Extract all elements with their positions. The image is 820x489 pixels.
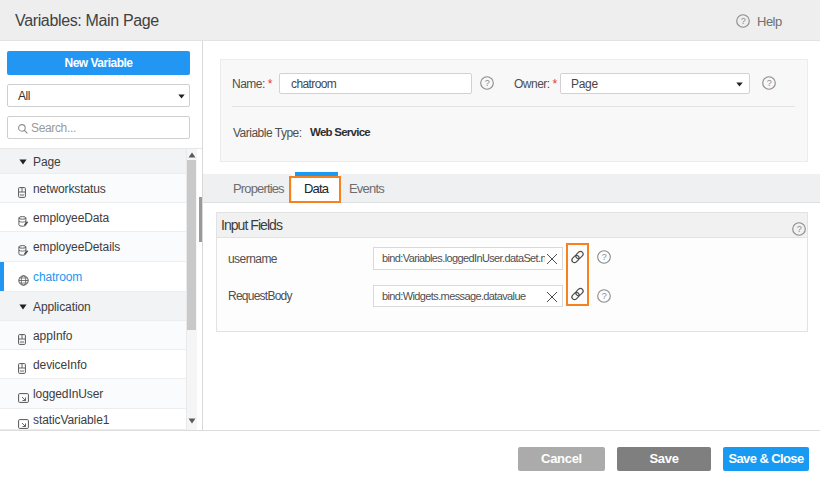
- svg-text:?: ?: [741, 16, 746, 26]
- svg-text:?: ?: [797, 224, 802, 234]
- svg-text:?: ?: [602, 252, 607, 262]
- svg-text:?: ?: [767, 78, 772, 88]
- svg-text:?: ?: [485, 78, 490, 88]
- svg-text:?: ?: [602, 291, 607, 301]
